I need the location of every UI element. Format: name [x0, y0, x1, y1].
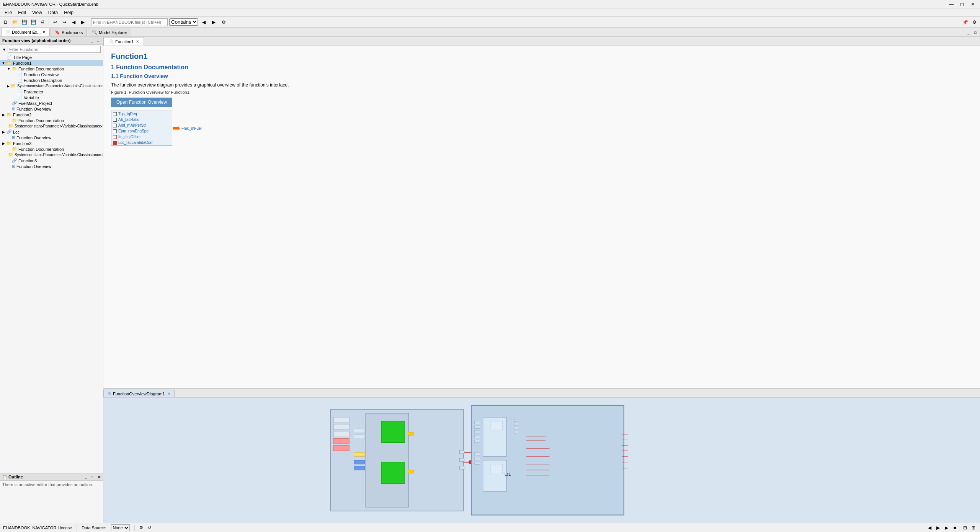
status-prev-button[interactable]: ◀	[926, 524, 933, 531]
toolbar-redo[interactable]: ↪	[60, 18, 69, 26]
toolbar-forward[interactable]: ▶	[78, 18, 87, 26]
toolbar-undo[interactable]: ↩	[51, 18, 59, 26]
outline-detach-button[interactable]: □	[89, 474, 95, 480]
close-icon[interactable]: ✕	[98, 475, 101, 479]
menu-file[interactable]: File	[2, 9, 15, 16]
tree-item-param-1[interactable]: 📄 Parameter	[0, 89, 103, 95]
content-tab-function1-close[interactable]: ✕	[136, 39, 139, 44]
tree-icon-func-doc-3: 📁	[12, 147, 17, 152]
tree-item-function3[interactable]: ▶ 📁 Function3	[0, 140, 103, 146]
status-layout2-button[interactable]: ⊞	[970, 524, 977, 531]
status-next-button[interactable]: ▶	[934, 524, 941, 531]
tree-item-func3-link[interactable]: 🔗 Function3	[0, 158, 103, 163]
data-source-dropdown[interactable]: None	[111, 524, 130, 531]
toolbar-settings[interactable]: ⚙	[970, 18, 978, 26]
tree-item-sysconst-2[interactable]: 📁 Systemconstant-Parameter-Variable-Clas…	[0, 123, 103, 129]
panel-tab-model-explorer[interactable]: 🔍 Model Explorer	[88, 28, 131, 36]
tree-icon-param-1: 📄	[17, 89, 23, 94]
port-dot-itc	[113, 135, 117, 139]
svg-rect-48	[474, 426, 480, 429]
toolbar-saveas[interactable]: 💾	[29, 18, 38, 26]
panel-detach-button[interactable]: □	[95, 38, 101, 43]
status-stop-button[interactable]: ■	[951, 524, 958, 531]
panel-tab-doc-close[interactable]: ✕	[42, 30, 46, 35]
panel-tab-bookmarks[interactable]: 🔖 Bookmarks	[51, 28, 87, 36]
tree-toggle-function1[interactable]: ▼	[2, 61, 5, 65]
function1-pane: Function1 1 Function Documentation 1.1 F…	[103, 46, 980, 389]
port-out-area: Fmc_mFuel	[173, 126, 202, 131]
status-sep2	[134, 525, 135, 531]
tree-item-lcc[interactable]: ▶ 🔗 Lcc	[0, 129, 103, 135]
search-type-select[interactable]: Contains	[169, 18, 198, 26]
tree-label-func3-link: Function3	[18, 158, 37, 163]
toolbar-back[interactable]: ◀	[69, 18, 78, 26]
tree-item-func-overview-1[interactable]: 📄 Function Overview	[0, 72, 103, 77]
search-input[interactable]	[91, 18, 168, 26]
tree-item-sysconst-3[interactable]: 📁 Systemconstant-Parameter-Variable-Clas…	[0, 152, 103, 158]
menu-edit[interactable]: Edit	[15, 9, 29, 16]
filter-input[interactable]	[8, 46, 101, 53]
panel-collapse-button[interactable]: _	[89, 38, 95, 43]
tree-item-func-overview-main-1[interactable]: ⊞ Function Overview	[0, 106, 103, 112]
diagram-svg-area[interactable]: Lz1	[103, 398, 980, 523]
content-tab-function1[interactable]: 📄 Function1 ✕	[103, 37, 144, 46]
tree-item-title-page[interactable]: 📄 Title Page	[0, 54, 103, 60]
tree-item-fuelmass-1[interactable]: 🔗 FuelMass_Project	[0, 100, 103, 106]
svg-rect-30	[514, 423, 518, 425]
minimize-button[interactable]: —	[947, 0, 956, 8]
svg-rect-51	[474, 440, 480, 442]
tree-toggle-lcc[interactable]: ▶	[2, 130, 5, 134]
tree-item-func-doc-1[interactable]: ▼ 📁 Function Documentation	[0, 66, 103, 72]
svg-rect-20	[459, 450, 464, 454]
svg-rect-49	[474, 431, 480, 433]
tree-toggle-function2[interactable]: ▶	[2, 113, 5, 117]
search-next-button[interactable]: ▶	[209, 18, 218, 26]
diagram-tab-close[interactable]: ✕	[167, 392, 170, 396]
close-button[interactable]: ✕	[969, 0, 977, 8]
tree-icon-func-overview-3: ⊞	[12, 164, 15, 169]
tree-item-sysconst-1[interactable]: ▶ 📁 Systemconstant-Parameter-Variable-Cl…	[0, 83, 103, 89]
status-gear-icon[interactable]: ⚙	[139, 525, 143, 530]
tree-icon-fuelmass-1: 🔗	[12, 101, 17, 106]
menu-data[interactable]: Data	[45, 9, 61, 16]
maximize-button[interactable]: ◻	[958, 0, 966, 8]
svg-rect-15	[408, 432, 413, 435]
search-prev-button[interactable]: ◀	[199, 18, 208, 26]
tree-toggle-func-doc-1[interactable]: ▼	[7, 67, 11, 71]
tree-item-function1[interactable]: ▼ 📁 Function1	[0, 60, 103, 66]
toolbar-save[interactable]: 💾	[20, 18, 28, 26]
diagram-pane: ⊞ FunctionOverviewDiagram1 ✕	[103, 389, 980, 523]
status-play-button[interactable]: ▶	[943, 524, 950, 531]
tree-item-func-desc-1[interactable]: 📄 Function Description	[0, 77, 103, 83]
panel-minimize-button[interactable]: _	[965, 29, 972, 36]
tree-toggle-function3[interactable]: ▶	[2, 142, 5, 145]
toolbar-pin[interactable]: 📌	[961, 18, 969, 26]
status-layout1-button[interactable]: ⊟	[962, 524, 969, 531]
svg-rect-54	[474, 462, 480, 465]
open-function-overview-button[interactable]: Open Function Overview	[111, 98, 172, 107]
fig-caption: Figure 1. Function Overview for Function…	[111, 90, 972, 95]
tree-label-title-page: Title Page	[13, 55, 32, 60]
tree-item-var-1[interactable]: 📄 Variable	[0, 95, 103, 100]
tree-item-func-doc-2[interactable]: 📁 Function Documentation	[0, 117, 103, 123]
status-refresh-icon[interactable]: ↺	[148, 525, 151, 530]
diagram-tab-overview[interactable]: ⊞ FunctionOverviewDiagram1 ✕	[103, 390, 175, 397]
panel-tab-document-explorer[interactable]: 📄 Document Ex... ✕	[2, 28, 50, 36]
toolbar-print[interactable]: 🖨	[38, 18, 47, 26]
toolbar-open[interactable]: 📂	[11, 18, 19, 26]
data-source-select[interactable]: None	[111, 524, 130, 531]
outline-collapse-button[interactable]: _	[83, 474, 88, 480]
tree-item-function2[interactable]: ▶ 📁 Function2	[0, 112, 103, 117]
tree-toggle-sysconst-1[interactable]: ▶	[7, 84, 10, 88]
port-row-lcc: Lcc_facLambdaCorr	[111, 140, 172, 145]
menu-view[interactable]: View	[29, 9, 45, 16]
tree-item-func-doc-3[interactable]: 📁 Function Documentation	[0, 146, 103, 152]
tree-item-func-overview-3[interactable]: ⊞ Function Overview	[0, 163, 103, 169]
tree-item-func-overview-lcc[interactable]: ⊞ Function Overview	[0, 135, 103, 140]
panel-maximize-button[interactable]: □	[972, 29, 978, 36]
port-label-afr: Afr_facRatio	[118, 117, 139, 122]
menu-help[interactable]: Help	[61, 9, 77, 16]
left-panel-header: Function view (alphabetical order) _ □	[0, 37, 103, 45]
search-options-button[interactable]: ⚙	[219, 18, 228, 26]
toolbar-new[interactable]: 🗋	[2, 18, 10, 26]
